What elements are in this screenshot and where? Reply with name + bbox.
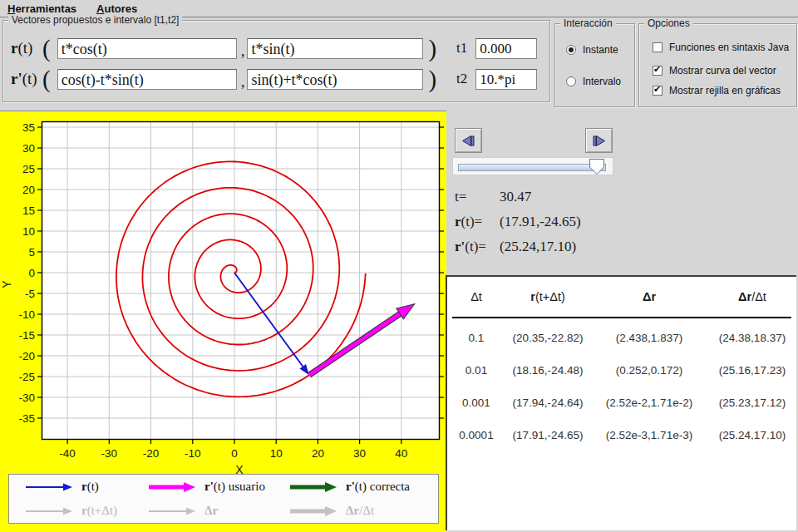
interaction-panel: Interacción Instante Intervalo bbox=[554, 23, 635, 107]
slider-track[interactable] bbox=[458, 164, 606, 171]
plot-panel: -40-30-20-10010203040-35-30-25-20-15-10-… bbox=[0, 111, 446, 532]
plot-canvas[interactable]: -40-30-20-10010203040-35-30-25-20-15-10-… bbox=[42, 121, 440, 440]
table-header-cell: r(t+Δt) bbox=[505, 290, 590, 303]
checkbox-icon: ✔ bbox=[653, 66, 663, 76]
open-paren: ( bbox=[42, 67, 51, 91]
svg-text:-10: -10 bbox=[185, 447, 201, 460]
table-cell: (24.38,18.37) bbox=[708, 332, 796, 344]
svg-text:0: 0 bbox=[28, 267, 35, 279]
menu-herramientas[interactable]: Herramientas bbox=[7, 2, 76, 15]
radio-label: Intervalo bbox=[583, 76, 621, 87]
svg-text:25: 25 bbox=[22, 163, 35, 175]
svg-text:Y: Y bbox=[0, 280, 13, 288]
legend-item: Δr/Δt bbox=[288, 504, 440, 518]
svg-text:5: 5 bbox=[28, 246, 35, 259]
interaction-panel-title: Interacción bbox=[560, 17, 616, 29]
svg-text:-30: -30 bbox=[18, 392, 35, 404]
plot-legend: r(t)r'(t) usuarior'(t) correctar(t+Δt)Δr… bbox=[8, 474, 439, 524]
legend-item: r(t) bbox=[24, 480, 147, 494]
t-readout-value: 30.47 bbox=[500, 189, 531, 205]
t-readout-label: t= bbox=[455, 189, 500, 205]
rp-readout: r'(t)= (25.24,17.10) bbox=[455, 238, 576, 256]
step-forward-icon bbox=[593, 135, 605, 146]
t1-label: t1 bbox=[456, 40, 467, 57]
rp-label: r'(t) bbox=[11, 70, 42, 88]
delta-table-body: 0.1(20.35,-22.82)(2.438,1.837)(24.38,18.… bbox=[447, 318, 796, 451]
svg-text:-5: -5 bbox=[25, 288, 35, 300]
r-readout-value: (17.91,-24.65) bbox=[500, 214, 581, 230]
radio-icon bbox=[566, 76, 576, 86]
svg-text:-15: -15 bbox=[18, 329, 35, 342]
table-row: 0.001(17.94,-24.64)(2.52e-2,1.71e-2)(25.… bbox=[447, 387, 796, 419]
table-row: 0.01(18.16,-24.48)(0.252,0.172)(25.16,17… bbox=[447, 354, 796, 387]
r-readout-label: r(t)= bbox=[455, 214, 500, 230]
r-y-input[interactable]: t*sin(t) bbox=[247, 38, 423, 59]
vectors-panel-title: Vectores propuestos e intervalo [t1,t2] bbox=[8, 14, 182, 26]
checkbox-label: Mostrar curva del vector bbox=[669, 65, 776, 76]
table-header-cell: Δr bbox=[590, 290, 708, 303]
table-row: 0.1(20.35,-22.82)(2.438,1.837)(24.38,18.… bbox=[447, 322, 796, 354]
svg-text:30: 30 bbox=[353, 447, 366, 460]
slider-thumb[interactable] bbox=[589, 159, 604, 175]
step-backward-button[interactable] bbox=[455, 128, 482, 153]
svg-text:40: 40 bbox=[395, 447, 407, 460]
checkbox-mostrar-rejilla[interactable]: ✔ Mostrar rejilla en gráficas bbox=[653, 85, 781, 96]
rp-readout-label: r'(t)= bbox=[455, 239, 500, 255]
svg-text:-20: -20 bbox=[18, 350, 35, 362]
svg-text:-25: -25 bbox=[18, 371, 35, 383]
svg-text:10: 10 bbox=[22, 225, 35, 238]
legend-arrow-icon bbox=[24, 481, 74, 493]
menu-autores[interactable]: Autores bbox=[96, 2, 137, 15]
checkbox-icon: ✔ bbox=[653, 42, 663, 52]
comma: , bbox=[241, 72, 245, 91]
checkbox-mostrar-curva[interactable]: ✔ Mostrar curva del vector bbox=[653, 65, 776, 76]
svg-text:10: 10 bbox=[270, 447, 283, 460]
r-label: r(t) bbox=[11, 39, 42, 57]
checkbox-label: Mostrar rejilla en gráficas bbox=[669, 85, 781, 96]
t1-input[interactable]: 0.000 bbox=[475, 38, 537, 59]
table-cell: (17.91,-24.65) bbox=[505, 429, 590, 441]
table-cell: 0.0001 bbox=[447, 429, 505, 441]
close-paren: ) bbox=[428, 67, 436, 91]
table-cell: (2.52e-3,1.71e-3) bbox=[590, 429, 708, 441]
t2-input[interactable]: 10.*pi bbox=[475, 69, 537, 90]
legend-item: r'(t) correcta bbox=[288, 480, 440, 494]
table-cell: (2.52e-2,1.71e-2) bbox=[590, 397, 708, 409]
legend-arrow-icon bbox=[147, 481, 197, 493]
table-cell: (2.438,1.837) bbox=[590, 332, 708, 344]
checkbox-icon: ✔ bbox=[653, 86, 663, 96]
r-row: r(t) ( t*cos(t) , t*sin(t) ) t1 0.000 bbox=[11, 37, 543, 60]
step-forward-button[interactable] bbox=[585, 128, 613, 153]
rp-x-input[interactable]: cos(t)-t*sin(t) bbox=[57, 69, 237, 90]
table-cell: 0.01 bbox=[447, 364, 505, 377]
rp-readout-value: (25.24,17.10) bbox=[500, 239, 576, 255]
t-readout: t= 30.47 bbox=[455, 188, 531, 206]
table-cell: (18.16,-24.48) bbox=[505, 364, 590, 377]
radio-instante[interactable]: Instante bbox=[566, 44, 618, 56]
legend-arrow-icon bbox=[147, 505, 197, 517]
vectors-panel: Vectores propuestos e intervalo [t1,t2] … bbox=[2, 20, 550, 102]
close-paren: ) bbox=[428, 37, 436, 60]
time-slider[interactable] bbox=[452, 157, 613, 175]
table-header-cell: Δr/Δt bbox=[708, 290, 796, 303]
table-cell: (25.23,17.12) bbox=[708, 397, 796, 409]
svg-text:-10: -10 bbox=[18, 308, 35, 321]
t2-label: t2 bbox=[456, 71, 467, 87]
checkbox-funciones-java[interactable]: ✔ Funciones en sintaxis Java bbox=[653, 42, 789, 53]
table-cell: (25.24,17.10) bbox=[708, 429, 796, 441]
svg-text:20: 20 bbox=[312, 447, 324, 460]
rp-row: r'(t) ( cos(t)-t*sin(t) , sin(t)+t*cos(t… bbox=[11, 67, 543, 91]
svg-text:-35: -35 bbox=[18, 412, 35, 425]
legend-item: Δr bbox=[147, 504, 288, 518]
svg-text:-20: -20 bbox=[143, 447, 160, 460]
comma: , bbox=[241, 42, 245, 60]
svg-text:15: 15 bbox=[22, 204, 35, 217]
table-row: 0.0001(17.91,-24.65)(2.52e-3,1.71e-3)(25… bbox=[447, 419, 796, 451]
step-backward-icon bbox=[462, 135, 475, 146]
options-panel: Opciones ✔ Funciones en sintaxis Java ✔ … bbox=[638, 23, 797, 107]
svg-text:-40: -40 bbox=[59, 447, 76, 460]
rp-y-input[interactable]: sin(t)+t*cos(t) bbox=[247, 69, 423, 90]
svg-text:0: 0 bbox=[231, 447, 238, 460]
r-x-input[interactable]: t*cos(t) bbox=[57, 38, 237, 59]
radio-intervalo[interactable]: Intervalo bbox=[566, 76, 621, 87]
